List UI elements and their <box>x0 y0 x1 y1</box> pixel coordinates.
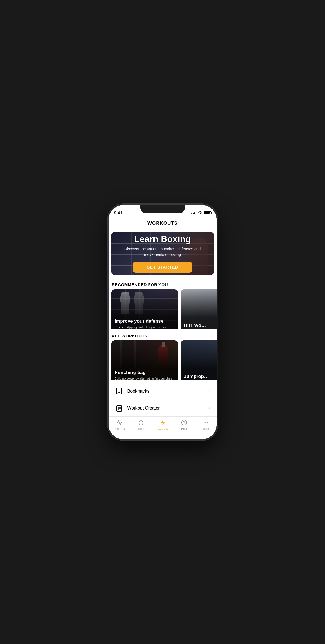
tab-timer-label: Timer <box>137 427 144 430</box>
workout-creator-chevron-icon: › <box>209 405 211 411</box>
hero-title: Learn Boxing <box>134 234 191 244</box>
svg-marker-6 <box>160 420 165 425</box>
phone-screen: 9:41 <box>109 205 217 439</box>
timer-icon <box>138 420 144 426</box>
recommended-card-2-content: HIIT Wo… Intense 20 minute… <box>181 319 217 329</box>
activity-icon <box>116 420 122 426</box>
recommended-card-2-title: HIIT Wo… <box>184 323 217 328</box>
wifi-icon <box>198 211 203 214</box>
all-workouts-header: ALL WORKOUTS → <box>109 329 217 340</box>
bookmarks-menu-item[interactable]: Bookmarks › <box>111 383 214 400</box>
tab-timer[interactable]: Timer <box>130 419 152 430</box>
tab-workouts-label: Workouts <box>157 428 168 431</box>
recommended-cards-scroll[interactable]: Improve your defense Practice slipping a… <box>109 289 217 329</box>
all-workouts-card-1-desc: Build up power by alternating fast punch… <box>115 377 175 380</box>
page-title-bar: WORKOUTS <box>109 217 217 229</box>
tab-progress[interactable]: Progress <box>109 419 130 430</box>
recommended-card-1-desc: Practice slipping and rolling in exercis… <box>115 325 175 329</box>
all-workouts-card-2-title: Jumprop… <box>184 374 217 379</box>
all-workouts-cards-scroll[interactable]: Punching bag Build up power by alternati… <box>109 340 217 380</box>
all-workouts-card-1-title: Punching bag <box>115 370 175 375</box>
more-icon <box>203 420 209 426</box>
workout-creator-label: Workout Creator <box>127 406 209 411</box>
clipboard-icon <box>116 405 122 412</box>
bolt-icon <box>160 420 166 426</box>
menu-section: Bookmarks › Workout Creator › <box>109 383 217 416</box>
all-workouts-card-1[interactable]: Punching bag Build up power by alternati… <box>111 340 178 380</box>
get-started-button[interactable]: GET STARTED <box>133 262 192 273</box>
recommended-section-header: RECOMMENDED FOR YOU <box>109 278 217 289</box>
svg-point-9 <box>203 422 204 423</box>
clipboard-icon-wrap <box>115 404 124 413</box>
recommended-card-1-title: Improve your defense <box>115 319 175 324</box>
tab-more-label: More <box>203 427 209 430</box>
tab-bar: Progress Timer <box>109 416 217 439</box>
tab-help-label: Help <box>181 427 187 430</box>
svg-point-10 <box>205 422 206 423</box>
bookmark-icon-wrap <box>115 387 124 396</box>
hero-content: Learn Boxing Discover the various punche… <box>111 232 214 275</box>
all-workouts-card-2[interactable]: Jumprop… Improve your cardi… that will l… <box>181 340 217 380</box>
recommended-card-1[interactable]: Improve your defense Practice slipping a… <box>111 289 178 329</box>
workout-creator-menu-item[interactable]: Workout Creator › <box>111 400 214 416</box>
phone-frame: 9:41 <box>109 205 217 439</box>
recommended-card-2[interactable]: HIIT Wo… Intense 20 minute… <box>181 289 217 329</box>
all-workouts-card-1-content: Punching bag Build up power by alternati… <box>111 367 178 380</box>
help-icon <box>181 420 187 426</box>
all-workouts-card-2-content: Jumprop… Improve your cardi… that will l… <box>181 370 217 380</box>
signal-icon <box>191 211 196 214</box>
hero-banner[interactable]: Learn Boxing Discover the various punche… <box>111 232 214 275</box>
recommended-title: RECOMMENDED FOR YOU <box>112 282 168 287</box>
notch <box>140 205 185 213</box>
app-content[interactable]: WORKOUTS Learn Boxi <box>109 217 217 439</box>
hero-subtitle: Discover the various punches, defenses a… <box>117 246 208 257</box>
tab-help[interactable]: Help <box>173 419 195 430</box>
tab-more[interactable]: More <box>195 419 217 430</box>
bookmarks-chevron-icon: › <box>209 388 211 394</box>
page-title: WORKOUTS <box>147 221 178 226</box>
svg-point-11 <box>207 422 208 423</box>
bookmark-icon <box>116 388 122 395</box>
bookmarks-label: Bookmarks <box>127 389 209 394</box>
tab-progress-label: Progress <box>114 427 125 430</box>
status-icons <box>191 211 211 214</box>
all-workouts-title: ALL WORKOUTS <box>112 334 147 338</box>
tab-workouts[interactable]: Workouts <box>152 419 173 431</box>
recommended-card-1-content: Improve your defense Practice slipping a… <box>111 315 178 329</box>
battery-icon <box>204 211 211 214</box>
all-workouts-arrow-icon: → <box>209 333 213 338</box>
status-time: 9:41 <box>114 210 122 215</box>
